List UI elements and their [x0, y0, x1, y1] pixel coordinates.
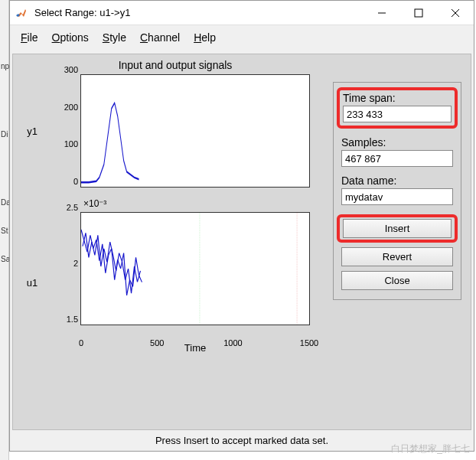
u1-line: [81, 213, 309, 325]
xtick: 1000: [223, 338, 242, 347]
window: Select Range: u1->y1 File Options Style …: [9, 0, 474, 452]
samples-input[interactable]: [341, 150, 453, 167]
ytick: 100: [64, 139, 78, 148]
watermark: 白日梦想家_胖七七: [391, 442, 470, 455]
highlight-insert: Insert: [337, 214, 458, 243]
xtick: 1500: [300, 338, 318, 347]
menu-help[interactable]: Help: [194, 31, 216, 44]
strip-label: Sa: [0, 253, 8, 266]
timespan-input[interactable]: [343, 106, 452, 122]
ytick: 1.5: [67, 315, 78, 324]
dataname-input[interactable]: [341, 188, 453, 205]
ytick: 2: [73, 259, 78, 268]
xtick: 500: [150, 338, 164, 347]
close-panel-button[interactable]: Close: [341, 271, 453, 290]
menubar: File Options Style Channel Help: [10, 25, 474, 51]
exponent-label: ×10⁻³: [83, 198, 106, 209]
matlab-icon: [15, 6, 28, 20]
menu-file[interactable]: File: [21, 31, 38, 44]
u1-axis-label: u1: [22, 277, 42, 289]
maximize-button[interactable]: [400, 1, 437, 25]
y1-line: [81, 75, 309, 187]
svg-rect-1: [415, 9, 422, 17]
chart-u1[interactable]: 1.5 2 2.5 0 500 1000 1500: [80, 212, 310, 325]
xtick: 0: [79, 338, 83, 347]
strip-label: St: [0, 224, 8, 237]
close-button[interactable]: [437, 1, 474, 25]
chart-y1[interactable]: 0 100 200 300: [80, 74, 310, 188]
ytick: 200: [64, 103, 78, 112]
y1-axis-label: y1: [22, 126, 42, 137]
menu-channel[interactable]: Channel: [140, 31, 180, 44]
strip-label: Di: [0, 128, 8, 141]
menu-options[interactable]: Options: [52, 31, 89, 44]
strip-label: Da: [0, 196, 8, 209]
strip-label: np: [0, 60, 8, 73]
minimize-button[interactable]: [364, 1, 400, 25]
status-text: Press Insert to accept marked data set.: [155, 435, 328, 446]
samples-label: Samples:: [341, 136, 453, 148]
highlight-timespan: Time span:: [337, 87, 458, 129]
insert-button[interactable]: Insert: [343, 219, 452, 238]
menu-style[interactable]: Style: [103, 31, 126, 44]
dataname-label: Data name:: [341, 175, 453, 187]
ytick: 0: [73, 177, 78, 186]
timespan-label: Time span:: [343, 92, 452, 104]
window-title: Select Range: u1->y1: [33, 7, 364, 18]
x-axis-label: Time: [80, 342, 310, 354]
ytick: 300: [64, 65, 78, 74]
control-panel: Time span: Samples: Data name: Insert Re…: [333, 82, 461, 300]
titlebar: Select Range: u1->y1: [10, 1, 474, 25]
revert-button[interactable]: Revert: [341, 247, 453, 266]
content-area: Input and output signals y1 0 100 200 30…: [12, 54, 471, 433]
ytick: 2.5: [67, 203, 78, 212]
